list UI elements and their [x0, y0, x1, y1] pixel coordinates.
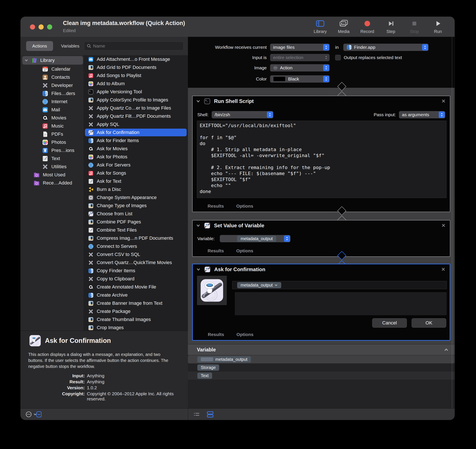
automator-robot-icon: [200, 278, 224, 302]
variable-popup[interactable]: metadata_output: [220, 235, 290, 242]
action-list-item[interactable]: Combine Text Files: [84, 226, 188, 234]
action-list-item[interactable]: Change Type of Images: [84, 202, 188, 210]
ok-button[interactable]: OK: [412, 318, 446, 328]
close-icon[interactable]: ✕: [441, 222, 446, 228]
sidebar-group-item[interactable]: Most Used: [21, 171, 84, 179]
pass-input-popup[interactable]: as arguments: [399, 111, 445, 118]
close-window-icon[interactable]: [30, 24, 35, 29]
minimize-window-icon[interactable]: [39, 24, 44, 29]
disclosure-chevron-icon[interactable]: [196, 99, 200, 103]
action-list-item[interactable]: Apply SQL: [84, 120, 188, 128]
action-list-item[interactable]: Apply Quartz Co…er to Image Files: [84, 104, 188, 112]
toolbar-button[interactable]: Media: [334, 18, 354, 34]
action-list-item[interactable]: Create Banner Image from Text: [84, 299, 188, 307]
action-list-item[interactable]: >_ Apple Versioning Tool: [84, 88, 188, 96]
sidebar-category-item[interactable]: Mail: [21, 106, 84, 114]
action-list-item[interactable]: Ask for Confirmation: [84, 128, 188, 136]
action-list-item[interactable]: Convert CSV to SQL: [84, 250, 188, 259]
close-icon[interactable]: ✕: [441, 98, 446, 104]
color-popup[interactable]: Black: [270, 75, 330, 83]
list-view-icon[interactable]: [193, 411, 200, 418]
action-list-item[interactable]: Choose from List: [84, 210, 188, 218]
sidebar-category-item[interactable]: Internet: [21, 98, 84, 106]
image-popup[interactable]: Action: [270, 64, 330, 71]
results-link[interactable]: Results: [208, 332, 224, 337]
action-list-item[interactable]: Add Grid to PDF Documents: [84, 63, 188, 71]
sidebar-category-item[interactable]: Movies: [21, 114, 84, 122]
zoom-window-icon[interactable]: [47, 24, 52, 29]
output-replaces-checkbox[interactable]: [335, 55, 341, 60]
variable-list-row[interactable]: Storage: [188, 364, 455, 371]
sidebar-category-item[interactable]: Utilities: [21, 163, 84, 171]
action-list-item[interactable]: Burn a Disc: [84, 185, 188, 193]
shell-script-editor[interactable]: EXIFTOOL="/usr/local/bin/exiftool" for f…: [197, 121, 447, 198]
sidebar-category-item[interactable]: JUL17 Calendar: [21, 65, 84, 73]
action-list-item[interactable]: Apply Quartz Filt…PDF Documents: [84, 112, 188, 120]
action-list-item[interactable]: Ask for Movies: [84, 145, 188, 153]
action-list-item[interactable]: Ask for Finder Items: [84, 136, 188, 145]
sidebar-category-item[interactable]: Pres…ions: [21, 146, 84, 154]
action-list-item[interactable]: Apply ColorSync Profile to Images: [84, 96, 188, 104]
action-list-item[interactable]: Compress Imag…n PDF Documents: [84, 234, 188, 242]
toolbar-button[interactable]: Library: [310, 18, 330, 34]
receives-popup[interactable]: image files: [270, 44, 330, 51]
action-list-item[interactable]: Combine PDF Pages: [84, 218, 188, 226]
variable-list-row[interactable]: metadata_output: [188, 355, 455, 364]
variable-list-row[interactable]: Text: [188, 371, 455, 380]
tab-variables[interactable]: Variables: [57, 41, 84, 51]
sidebar-category-item[interactable]: Developer: [21, 81, 84, 90]
more-actions-icon[interactable]: [25, 411, 32, 418]
action-list-item[interactable]: Add Attachment…o Front Message: [84, 55, 188, 63]
options-link[interactable]: Options: [237, 332, 253, 337]
toolbar-button[interactable]: Run: [428, 18, 448, 34]
explanation-field[interactable]: [235, 292, 447, 315]
stacked-view-icon[interactable]: [206, 410, 215, 418]
options-link[interactable]: Options: [236, 248, 253, 253]
action-list-item[interactable]: Connect to Servers: [84, 242, 188, 250]
action-list-item[interactable]: Add to Album: [84, 80, 188, 88]
action-list-item[interactable]: Create Annotated Movie File: [84, 283, 188, 291]
action-list-item[interactable]: Ask for Songs: [84, 169, 188, 177]
variable-pill: metadata_output: [197, 356, 251, 363]
action-list-item[interactable]: Change System Appearance: [84, 193, 188, 202]
sidebar-category-item[interactable]: PDFs: [21, 130, 84, 138]
close-icon[interactable]: ✕: [441, 267, 445, 273]
action-list-item[interactable]: Ask For Servers: [84, 161, 188, 169]
action-list-item[interactable]: Create Package: [84, 307, 188, 315]
disclosure-chevron-icon[interactable]: [24, 58, 28, 62]
toolbar-button[interactable]: Record: [357, 18, 378, 34]
sidebar-category-item[interactable]: Files…ders: [21, 90, 84, 98]
search-input[interactable]: Name: [84, 41, 184, 51]
action-list-item[interactable]: Create Archive: [84, 291, 188, 299]
options-link[interactable]: Options: [236, 204, 253, 209]
toolbar-button[interactable]: Stop: [404, 18, 425, 34]
variable-panel-header[interactable]: Variable: [188, 344, 455, 355]
action-list-item[interactable]: Ask for Text: [84, 177, 188, 185]
sidebar-category-item[interactable]: Photos: [21, 138, 84, 146]
disclosure-chevron-icon[interactable]: [196, 267, 201, 272]
workflow-checkbox-icon[interactable]: [36, 411, 42, 418]
action-list-item[interactable]: Create Thumbnail Images: [84, 315, 188, 324]
action-list-item[interactable]: Ask for Photos: [84, 153, 188, 161]
action-list-item[interactable]: Convert Quartz…QuickTime Movies: [84, 259, 188, 267]
collapse-chevron-icon[interactable]: [444, 347, 449, 352]
toolbar-button[interactable]: Step: [380, 18, 401, 34]
action-list-item[interactable]: Add Songs to Playlist: [84, 71, 188, 80]
shell-popup[interactable]: /bin/zsh: [212, 111, 273, 118]
sidebar-item-library[interactable]: Library: [22, 56, 83, 65]
sidebar-category-item[interactable]: Music: [21, 122, 84, 130]
results-link[interactable]: Results: [208, 204, 224, 209]
disclosure-chevron-icon[interactable]: [196, 223, 200, 228]
sidebar-category-item[interactable]: Contacts: [21, 73, 84, 81]
action-list-item-label: Add Songs to Playlist: [97, 73, 141, 78]
action-list-item[interactable]: Copy to Clipboard: [84, 275, 188, 283]
sidebar-group-item[interactable]: Rece…Added: [21, 179, 84, 187]
action-list-item[interactable]: Copy Finder Items: [84, 267, 188, 275]
cancel-button[interactable]: Cancel: [372, 318, 407, 328]
app-popup[interactable]: Finder.app: [343, 44, 429, 51]
tab-actions[interactable]: Actions: [26, 41, 53, 51]
message-field[interactable]: metadata_output: [232, 281, 447, 289]
results-link[interactable]: Results: [208, 248, 224, 253]
sidebar-category-item[interactable]: Text: [21, 154, 84, 163]
message-variable-token[interactable]: metadata_output: [237, 282, 281, 288]
